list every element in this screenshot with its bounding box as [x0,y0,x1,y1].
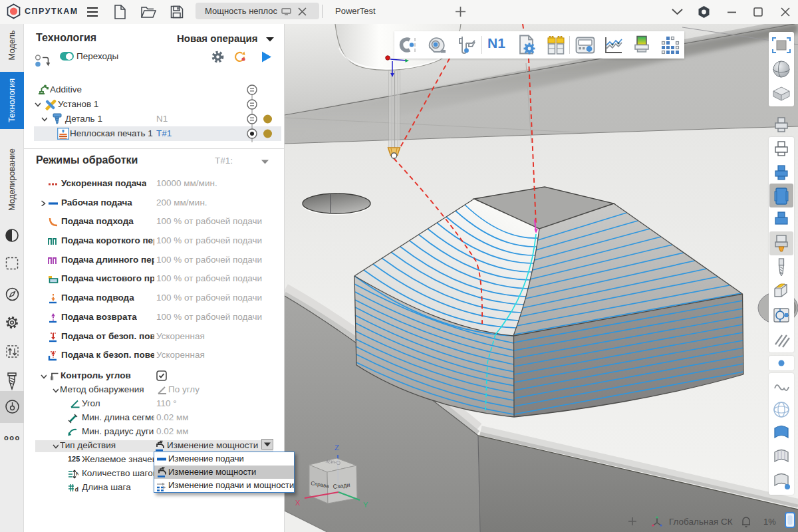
svg-text:N: N [76,471,78,477]
svg-text:Глобальная СК: Глобальная СК [669,517,733,527]
svg-text:d: d [75,486,79,493]
svg-text:X: X [295,499,301,507]
svg-text:Z: Z [334,444,339,452]
svg-text:1%: 1% [763,517,776,527]
svg-text:Y: Y [363,501,368,509]
